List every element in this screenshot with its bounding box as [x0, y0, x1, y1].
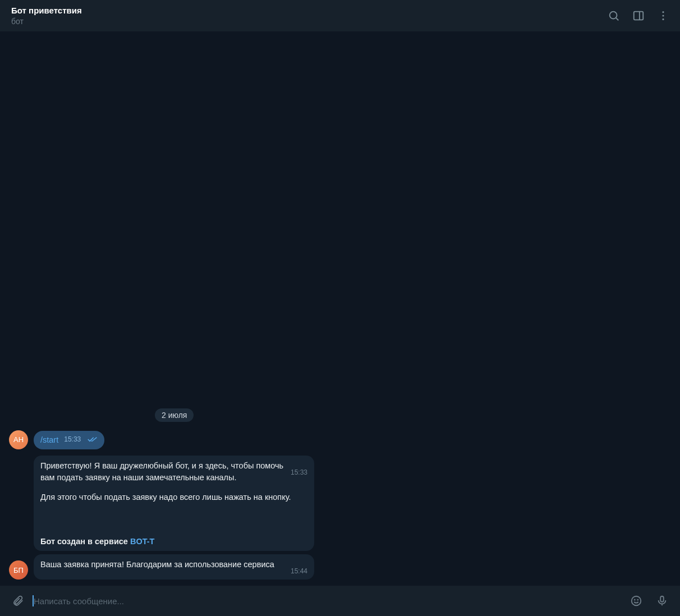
svg-point-9	[637, 600, 638, 600]
credit-prefix: Бот создан в сервисе	[40, 537, 130, 546]
chat-scroll-area[interactable]: 2 июля АН /start 15:33 15:33 Приветствую…	[0, 31, 680, 586]
message-text-para1: Приветствую! Я ваш дружелюбный бот, и я …	[40, 460, 307, 484]
chat-subtitle: бот	[11, 17, 601, 26]
more-button[interactable]	[651, 3, 676, 28]
attach-button[interactable]	[7, 590, 29, 612]
header-actions	[601, 3, 676, 28]
message-text-para2: Для этого чтобы подать заявку надо всего…	[40, 491, 307, 503]
message-text: /start	[40, 434, 58, 446]
svg-point-6	[662, 19, 664, 20]
svg-point-5	[662, 15, 664, 16]
read-checks-icon	[88, 434, 98, 446]
date-separator-row: 2 июля	[9, 408, 680, 422]
svg-point-4	[662, 11, 664, 13]
message-time: 15:44	[291, 567, 307, 576]
svg-point-0	[610, 12, 617, 19]
chat-title: Бот приветствия	[11, 6, 601, 16]
more-vertical-icon	[657, 10, 669, 22]
chat-header: Бот приветствия бот	[0, 0, 680, 31]
svg-point-7	[632, 596, 641, 606]
emoji-button[interactable]	[625, 590, 647, 612]
avatar-user[interactable]: АН	[9, 430, 28, 449]
message-text: Ваша заявка принята! Благодарим за испол…	[40, 559, 307, 571]
avatar-bot[interactable]: БП	[9, 560, 28, 580]
search-button[interactable]	[601, 3, 626, 28]
message-credit: Бот создан в сервисе BOT-T	[40, 536, 307, 548]
message-time: 15:33	[291, 468, 307, 477]
message-row: АН /start 15:33	[9, 430, 357, 449]
paperclip-icon	[12, 595, 24, 607]
text-caret	[33, 595, 34, 606]
svg-point-8	[635, 600, 635, 600]
sidepanel-button[interactable]	[626, 3, 651, 28]
svg-rect-10	[660, 596, 664, 602]
search-icon	[608, 10, 620, 22]
chat-header-info[interactable]: Бот приветствия бот	[11, 6, 601, 26]
message-bubble-outgoing[interactable]: /start 15:33	[34, 431, 104, 449]
smile-icon	[630, 595, 642, 607]
composer	[0, 586, 680, 616]
message-bubble-incoming[interactable]: 15:33 Приветствую! Я ваш дружелюбный бот…	[34, 456, 314, 551]
credit-link[interactable]: BOT-T	[130, 537, 155, 546]
voice-button[interactable]	[651, 590, 673, 612]
message-bubble-incoming[interactable]: 15:44 Ваша заявка принята! Благодарим за…	[34, 554, 314, 580]
message-input-wrap	[33, 593, 622, 609]
message-time: 15:33	[64, 435, 81, 444]
date-separator: 2 июля	[155, 408, 194, 422]
avatar-spacer	[9, 550, 28, 551]
microphone-icon	[656, 595, 668, 607]
message-row: 15:33 Приветствую! Я ваш дружелюбный бот…	[9, 456, 357, 551]
message-row: БП 15:44 Ваша заявка принята! Благодарим…	[9, 554, 357, 580]
svg-rect-2	[634, 12, 644, 20]
message-input[interactable]	[33, 593, 622, 609]
sidepanel-icon	[632, 10, 645, 22]
svg-line-1	[616, 18, 618, 20]
